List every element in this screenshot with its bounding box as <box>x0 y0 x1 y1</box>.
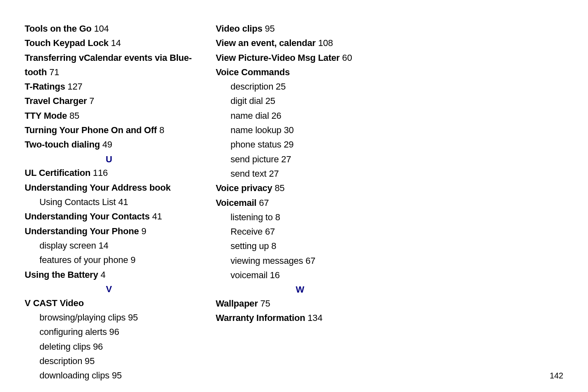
index-page-ref: 67 <box>303 256 316 266</box>
index-page-ref: 14 <box>108 38 121 48</box>
index-term: tooth <box>25 67 47 77</box>
index-term: Turning Your Phone On and Off <box>25 125 157 135</box>
index-page-ref: 29 <box>281 139 294 150</box>
index-term: T-Ratings <box>25 81 65 92</box>
index-subterm: description <box>39 356 82 366</box>
index-term: Two-touch dialing <box>25 139 100 150</box>
index-entry: View Picture-Video Msg Later 60 <box>216 52 384 65</box>
index-entry: Video clips 95 <box>216 23 384 35</box>
index-entry: digit dial 25 <box>231 95 384 108</box>
index-entry: send text 27 <box>231 168 384 180</box>
index-subterm: name dial <box>231 111 269 121</box>
index-subterm: browsing/playing clips <box>39 312 126 323</box>
index-term: Video clips <box>216 23 263 34</box>
index-entry: display screen 14 <box>39 240 193 252</box>
index-page-ref: 116 <box>90 168 108 178</box>
index-page-ref: 41 <box>150 211 162 221</box>
index-subterm: send picture <box>231 154 279 164</box>
index-term: Tools on the Go <box>25 23 92 34</box>
index-page-ref: 8 <box>273 212 280 222</box>
index-page-ref: 108 <box>316 38 333 48</box>
index-subterm: phone status <box>231 139 281 150</box>
index-entry: Receive 67 <box>231 226 384 238</box>
index-page-ref: 26 <box>269 111 281 121</box>
index-subterm: listening to <box>231 212 273 222</box>
index-entry: Turning Your Phone On and Off 8 <box>25 124 193 137</box>
index-columns: Tools on the Go 104Touch Keypad Lock 14T… <box>25 23 563 384</box>
index-page-ref: 60 <box>340 53 352 63</box>
index-term: Warranty Information <box>216 313 305 323</box>
index-page-ref: 16 <box>267 270 280 280</box>
index-entry: Tools on the Go 104 <box>25 23 193 35</box>
index-entry: Understanding Your Phone 9 <box>25 225 193 238</box>
index-page-ref: 104 <box>92 23 109 34</box>
section-letter-w: W <box>216 284 384 296</box>
index-page-ref: 30 <box>281 125 294 135</box>
index-entry: voicemail 16 <box>231 269 384 282</box>
index-entry: configuring alerts 96 <box>39 326 193 339</box>
index-page-ref: 67 <box>263 226 275 237</box>
index-subterm: description <box>231 81 273 92</box>
index-entry: TTY Mode 85 <box>25 110 193 122</box>
index-term: Travel Charger <box>25 96 87 106</box>
index-page-ref: 85 <box>272 183 285 193</box>
index-term: V CAST Video <box>25 298 84 308</box>
index-entry: Voice privacy 85 <box>216 182 384 195</box>
index-entry: View an event, calendar 108 <box>216 37 384 50</box>
index-entry: Understanding Your Contacts 41 <box>25 210 193 223</box>
index-entry: features of your phone 9 <box>39 254 193 267</box>
index-entry: name lookup 30 <box>231 124 384 137</box>
index-term: TTY Mode <box>25 111 67 121</box>
index-page-ref: 14 <box>96 240 108 251</box>
index-page-ref: 27 <box>266 168 279 179</box>
index-entry: deleting clips 96 <box>39 341 193 353</box>
index-term: Voice privacy <box>216 183 272 193</box>
index-page-ref: 85 <box>67 111 79 121</box>
column-right: Video clips 95View an event, calendar 10… <box>216 23 384 384</box>
index-entry: downloading clips 95 <box>39 369 193 382</box>
index-entry: Voicemail 67 <box>216 197 384 210</box>
index-subterm: Receive <box>231 226 263 237</box>
index-entry: Using Contacts List 41 <box>39 196 193 209</box>
index-term: View an event, calendar <box>216 38 316 48</box>
index-subterm: features of your phone <box>39 255 128 265</box>
section-letter-v: V <box>25 283 193 296</box>
index-entry: Using the Battery 4 <box>25 269 193 281</box>
index-subterm: display screen <box>39 240 96 251</box>
index-term: Transferring vCalendar events via Blue- <box>25 53 192 63</box>
index-page-ref: 127 <box>65 81 82 92</box>
index-page-ref: 9 <box>128 255 136 265</box>
index-page-ref: 25 <box>273 81 286 92</box>
index-page-ref: 67 <box>256 198 269 208</box>
index-term: Voice Commands <box>216 67 290 77</box>
index-page-ref: 75 <box>258 298 270 309</box>
index-subterm: voicemail <box>231 270 267 280</box>
index-page-ref: 95 <box>263 23 275 34</box>
index-term: Wallpaper <box>216 298 258 309</box>
index-subterm: send text <box>231 168 266 179</box>
index-term: Understanding Your Contacts <box>25 211 150 221</box>
index-entry: description 25 <box>231 81 384 93</box>
index-entry: tooth 71 <box>25 66 193 79</box>
index-page-ref: 96 <box>90 341 103 352</box>
index-entry: UL Certification 116 <box>25 167 193 180</box>
index-page-ref: 25 <box>263 96 275 106</box>
page-number: 142 <box>550 371 563 380</box>
index-page-ref: 41 <box>116 197 128 207</box>
index-page-ref: 27 <box>279 154 291 164</box>
index-page-ref: 96 <box>107 327 119 337</box>
index-page-ref: 7 <box>87 96 94 106</box>
index-page-ref: 49 <box>100 139 112 150</box>
index-page-ref: 134 <box>305 313 323 323</box>
index-entry: Travel Charger 7 <box>25 95 193 108</box>
index-term: Voicemail <box>216 198 256 208</box>
index-subterm: deleting clips <box>39 341 90 352</box>
index-subterm: setting up <box>231 241 269 251</box>
index-entry: Voice Commands <box>216 66 384 79</box>
index-page-ref: 8 <box>269 241 276 251</box>
index-subterm: configuring alerts <box>39 327 107 337</box>
index-term: Using the Battery <box>25 270 98 280</box>
index-entry: name dial 26 <box>231 110 384 122</box>
index-subterm: downloading clips <box>39 370 109 380</box>
index-term: View Picture-Video Msg Later <box>216 53 340 63</box>
